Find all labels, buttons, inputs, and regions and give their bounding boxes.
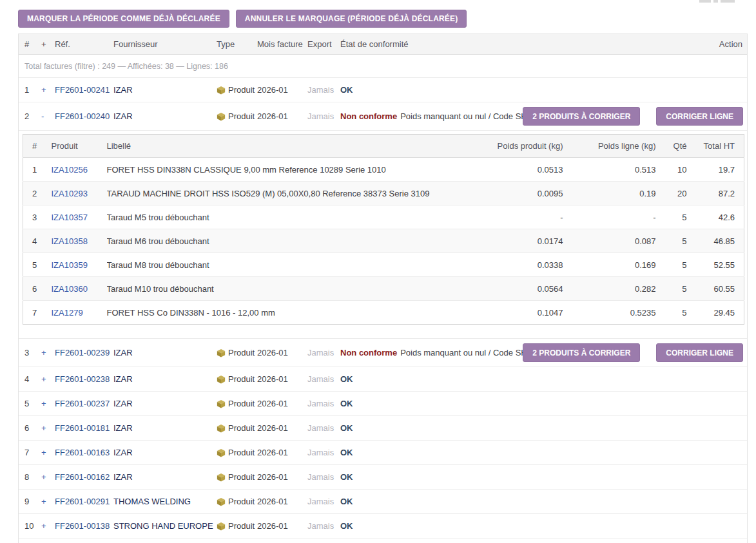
line-number: 3 bbox=[23, 205, 52, 229]
supplier-link[interactable]: IZAR bbox=[113, 448, 217, 457]
totals-summary: Total factures (filtre) : 249 — Affichée… bbox=[19, 55, 747, 77]
invoice-month: 2026-01 bbox=[257, 374, 307, 384]
invoice-ref-link[interactable]: FF2601-00163 bbox=[55, 448, 113, 457]
mark-period-declared-button[interactable]: MARQUER LA PÉRIODE COMME DÉJÀ DÉCLARÉE bbox=[18, 10, 229, 28]
expand-toggle[interactable]: + bbox=[41, 448, 55, 457]
expand-toggle[interactable]: - bbox=[41, 111, 55, 121]
export-status: Jamais bbox=[307, 85, 340, 95]
line-label: FORET HSS DIN338N CLASSIQUE 9,00 mm Refe… bbox=[107, 158, 467, 182]
line-label: FORET HSS Co DIN338N - 1016 - 12,00 mm bbox=[107, 301, 467, 325]
line-total: 52.55 bbox=[687, 253, 744, 277]
product-code-link[interactable]: IZA10357 bbox=[52, 205, 107, 229]
produits-a-corriger-button[interactable]: 2 PRODUITS À CORRIGER bbox=[523, 343, 640, 362]
conformity-cell: OK bbox=[340, 521, 743, 531]
export-status: Jamais bbox=[307, 423, 340, 433]
product-code-link[interactable]: IZA10256 bbox=[52, 158, 107, 182]
conformity-status: OK bbox=[340, 423, 353, 433]
corriger-ligne-button[interactable]: CORRIGER LIGNE bbox=[656, 343, 743, 362]
product-code-link[interactable]: IZA1279 bbox=[52, 301, 107, 325]
product-cube-icon bbox=[217, 86, 226, 95]
invoice-ref-link[interactable]: FF2601-00138 bbox=[55, 521, 113, 531]
invoice-line-row: 3IZA10357Taraud M5 trou débouchant--542.… bbox=[23, 205, 744, 229]
supplier-link[interactable]: IZAR bbox=[113, 111, 217, 121]
cancel-period-mark-button[interactable]: ANNULER LE MARQUAGE (PÉRIODE DÉJÀ DÉCLAR… bbox=[236, 10, 467, 28]
invoice-ref-link[interactable]: FF2601-00238 bbox=[55, 374, 113, 384]
conformity-status: Non conforme bbox=[340, 111, 397, 121]
line-header-2: Libellé bbox=[107, 135, 467, 158]
invoice-lines-table: #ProduitLibelléPoids produit (kg)Poids l… bbox=[23, 134, 744, 325]
product-cube-icon bbox=[217, 348, 226, 357]
product-code-link[interactable]: IZA10358 bbox=[52, 229, 107, 253]
invoice-month: 2026-01 bbox=[257, 348, 307, 357]
type-label: Produit bbox=[228, 521, 255, 531]
produits-a-corriger-button[interactable]: 2 PRODUITS À CORRIGER bbox=[523, 107, 640, 126]
corriger-ligne-button[interactable]: CORRIGER LIGNE bbox=[656, 107, 743, 126]
line-qty: 5 bbox=[656, 301, 687, 325]
supplier-link[interactable]: THOMAS WELDING bbox=[113, 497, 217, 506]
invoice-ref-link[interactable]: FF2601-00291 bbox=[55, 497, 113, 506]
invoice-ref-link[interactable]: FF2601-00181 bbox=[55, 423, 113, 433]
expand-toggle[interactable]: + bbox=[41, 85, 55, 95]
row-number: 4 bbox=[24, 374, 41, 384]
invoice-row: 2 - FF2601-00240 IZAR Produit 2026-01 Ja… bbox=[19, 102, 747, 130]
line-number: 1 bbox=[23, 158, 52, 182]
weight-product: 0.0095 bbox=[467, 182, 563, 205]
line-qty: 5 bbox=[656, 253, 687, 277]
product-cube-icon bbox=[217, 448, 226, 457]
type-label: Produit bbox=[228, 111, 255, 121]
line-total: 60.55 bbox=[687, 277, 744, 301]
conformity-status: OK bbox=[340, 521, 353, 531]
supplier-link[interactable]: STRONG HAND EUROPE bbox=[113, 521, 217, 531]
line-header-3: Poids produit (kg) bbox=[467, 135, 563, 158]
invoices-table-header: # + Réf. Fournisseur Type Mois facture E… bbox=[19, 34, 747, 55]
expand-toggle[interactable]: + bbox=[41, 521, 55, 531]
line-total: 19.7 bbox=[687, 158, 744, 182]
weight-line: 0.282 bbox=[563, 277, 656, 301]
product-code-link[interactable]: IZA10293 bbox=[52, 182, 107, 205]
header-num: # bbox=[24, 39, 41, 49]
weight-line: 0.19 bbox=[563, 182, 656, 205]
supplier-link[interactable]: IZAR bbox=[113, 423, 217, 433]
export-status: Jamais bbox=[307, 399, 340, 408]
row-number: 7 bbox=[24, 448, 41, 457]
invoice-ref-link[interactable]: FF2601-00237 bbox=[55, 399, 113, 408]
line-label: Taraud M10 trou débouchant bbox=[107, 277, 467, 301]
invoice-row: 3 + FF2601-00239 IZAR Produit 2026-01 Ja… bbox=[19, 338, 747, 367]
product-code-link[interactable]: IZA10360 bbox=[52, 277, 107, 301]
expand-toggle[interactable]: + bbox=[41, 399, 55, 408]
row-actions: 2 PRODUITS À CORRIGERCORRIGER LIGNE bbox=[523, 343, 743, 362]
supplier-link[interactable]: IZAR bbox=[113, 348, 217, 357]
line-qty: 10 bbox=[656, 158, 687, 182]
invoice-row: 10 + FF2601-00138 STRONG HAND EUROPE Pro… bbox=[19, 513, 747, 538]
supplier-link[interactable]: IZAR bbox=[113, 399, 217, 408]
header-action: Action bbox=[719, 39, 743, 49]
conformity-cell: OK bbox=[340, 399, 743, 408]
invoice-ref-link[interactable]: FF2601-00162 bbox=[55, 472, 113, 482]
supplier-link[interactable]: IZAR bbox=[113, 374, 217, 384]
invoice-month: 2026-01 bbox=[257, 85, 307, 95]
expand-toggle[interactable]: + bbox=[41, 472, 55, 482]
line-number: 2 bbox=[23, 182, 52, 205]
supplier-link[interactable]: IZAR bbox=[113, 472, 217, 482]
conformity-detail: Poids manquant ou nul / Code SH8 manquan… bbox=[400, 111, 523, 121]
totals-summary-text: Total factures (filtre) : 249 — Affichée… bbox=[24, 62, 228, 71]
expand-toggle[interactable]: + bbox=[41, 348, 55, 357]
row-number: 2 bbox=[24, 111, 41, 121]
product-cube-icon bbox=[217, 522, 226, 531]
clipped-header-fragment bbox=[699, 0, 735, 3]
period-toolbar: MARQUER LA PÉRIODE COMME DÉJÀ DÉCLARÉE A… bbox=[18, 10, 748, 28]
product-cube-icon bbox=[217, 424, 226, 433]
expand-toggle[interactable]: + bbox=[41, 497, 55, 506]
invoice-ref-link[interactable]: FF2601-00241 bbox=[55, 85, 113, 95]
invoice-line-row: 1IZA10256FORET HSS DIN338N CLASSIQUE 9,0… bbox=[23, 158, 744, 182]
expand-toggle[interactable]: + bbox=[41, 374, 55, 384]
invoice-row: 5 + FF2601-00237 IZAR Produit 2026-01 Ja… bbox=[19, 391, 747, 415]
supplier-link[interactable]: IZAR bbox=[113, 85, 217, 95]
expand-toggle[interactable]: + bbox=[41, 423, 55, 433]
header-month: Mois facture bbox=[257, 39, 307, 49]
header-expand: + bbox=[41, 39, 55, 49]
invoice-ref-link[interactable]: FF2601-00240 bbox=[55, 111, 113, 121]
product-code-link[interactable]: IZA10359 bbox=[52, 253, 107, 277]
line-label: TARAUD MACHINE DROIT HSS ISO529 (M) 05,0… bbox=[107, 182, 467, 205]
invoice-ref-link[interactable]: FF2601-00239 bbox=[55, 348, 113, 357]
